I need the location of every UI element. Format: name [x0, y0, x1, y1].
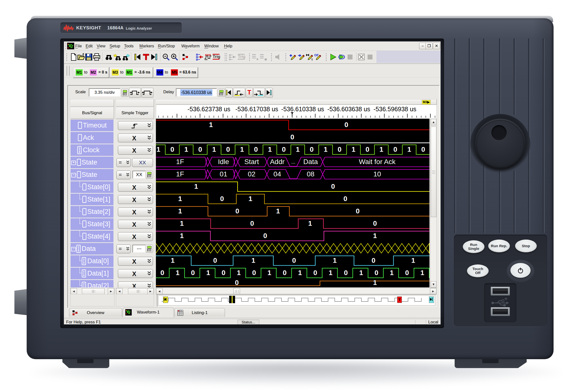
svg-text:-536.596938 us: -536.596938 us [374, 106, 416, 112]
svg-text:0: 0 [372, 256, 375, 264]
svg-text:Trig: Trig [238, 54, 245, 59]
svg-text:1: 1 [329, 269, 333, 277]
svg-text:1: 1 [178, 207, 182, 215]
svg-text:1: 1 [171, 256, 175, 264]
svg-text:1: 1 [209, 121, 213, 129]
svg-text:1: 1 [407, 145, 411, 153]
svg-text:08: 08 [307, 170, 314, 178]
svg-text:-536.603638 us: -536.603638 us [327, 106, 370, 112]
svg-text:1: 1 [420, 269, 424, 277]
svg-text:OF: OF [314, 53, 319, 57]
svg-text:0: 0 [338, 145, 342, 153]
svg-text:-536.617038 us: -536.617038 us [235, 106, 278, 112]
svg-text:04: 04 [273, 170, 281, 178]
svg-text:1: 1 [308, 220, 312, 227]
svg-text:1: 1 [237, 269, 241, 277]
svg-text:Data: Data [303, 158, 318, 166]
svg-text:1: 1 [296, 145, 300, 153]
svg-text:0: 0 [292, 256, 296, 264]
svg-text:1: 1 [178, 195, 182, 202]
svg-text:1F: 1F [176, 158, 184, 166]
svg-text:1: 1 [176, 269, 180, 277]
svg-text:0: 0 [252, 269, 256, 277]
svg-text:1: 1 [248, 195, 252, 202]
svg-text:1: 1 [373, 279, 377, 286]
svg-text:1: 1 [267, 269, 271, 277]
svg-text:10: 10 [373, 170, 381, 178]
svg-text:Trig: Trig [213, 54, 220, 59]
svg-text:Wait for Ack: Wait for Ack [359, 158, 396, 166]
svg-text:-536.610338 us: -536.610338 us [281, 106, 324, 112]
svg-text:0: 0 [290, 133, 294, 141]
svg-text:1: 1 [240, 145, 244, 153]
svg-text:1: 1 [411, 256, 415, 264]
svg-text:02: 02 [248, 170, 255, 178]
svg-text:0: 0 [198, 145, 202, 153]
svg-text:Addr: Addr [270, 158, 285, 166]
svg-text:1: 1 [298, 269, 302, 277]
svg-text:0: 0 [373, 220, 377, 227]
svg-text:0: 0 [235, 207, 239, 215]
svg-text:0: 0 [366, 145, 370, 153]
svg-text:0: 0 [213, 256, 217, 264]
svg-text:0: 0 [160, 269, 164, 277]
svg-text:1: 1 [390, 269, 394, 277]
svg-text:1: 1 [276, 207, 280, 215]
svg-text:0: 0 [283, 269, 287, 277]
svg-text:0: 0 [191, 269, 195, 277]
svg-text:0: 0 [356, 207, 360, 215]
svg-text:0: 0 [374, 269, 378, 277]
svg-text:1F: 1F [176, 170, 184, 178]
svg-text:1: 1 [268, 145, 272, 153]
svg-text:0: 0 [235, 279, 239, 286]
svg-text:1: 1 [351, 145, 355, 153]
svg-text:Idle: Idle [218, 158, 229, 166]
svg-text:1: 1 [180, 232, 184, 240]
svg-text:0: 0 [254, 145, 258, 153]
svg-text:1: 1 [184, 145, 188, 153]
svg-text:0: 0 [171, 145, 174, 153]
svg-text:0: 0 [393, 145, 397, 153]
svg-text:1: 1 [333, 256, 337, 264]
svg-text:0: 0 [263, 232, 267, 240]
svg-text:0: 0 [220, 195, 224, 202]
svg-text:1: 1 [251, 256, 255, 264]
svg-text:0: 0 [250, 220, 254, 227]
svg-text:1: 1 [156, 145, 160, 153]
svg-text:0: 0 [282, 145, 286, 153]
svg-text:Start: Start [244, 158, 259, 166]
svg-text:0: 0 [331, 183, 335, 190]
svg-text:0: 0 [421, 145, 425, 153]
svg-text:1: 1 [194, 183, 198, 190]
svg-text:1: 1 [212, 145, 216, 153]
svg-text:0: 0 [343, 195, 347, 202]
svg-text:1: 1 [324, 145, 328, 153]
svg-text:1: 1 [359, 269, 363, 277]
svg-text:0: 0 [226, 145, 230, 153]
svg-text:1: 1 [206, 269, 210, 277]
svg-text:1: 1 [379, 145, 383, 153]
svg-text:0: 0 [222, 269, 226, 277]
svg-text:0: 0 [310, 145, 314, 153]
svg-text:1: 1 [373, 232, 377, 240]
svg-text:1: 1 [180, 220, 184, 227]
svg-text:...: ... [291, 159, 295, 165]
svg-text:0: 0 [405, 269, 409, 277]
svg-text:-536.623738 us: -536.623738 us [187, 106, 230, 112]
svg-text:0: 0 [344, 269, 348, 277]
svg-text:01: 01 [220, 170, 227, 178]
svg-text:T: T [311, 58, 313, 61]
svg-text:0: 0 [313, 269, 317, 277]
svg-text:0: 0 [344, 121, 348, 129]
